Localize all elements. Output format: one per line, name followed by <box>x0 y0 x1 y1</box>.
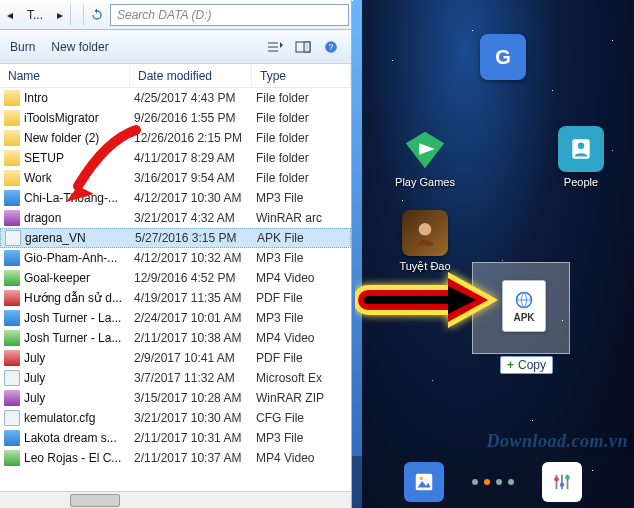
play-games-app[interactable]: Play Games <box>396 126 454 188</box>
file-name: Leo Rojas - El C... <box>24 451 134 465</box>
file-row[interactable]: Leo Rojas - El C...2/11/2017 10:37 AMMP4… <box>0 448 351 468</box>
page-indicator <box>472 479 514 485</box>
people-app[interactable]: People <box>552 126 610 188</box>
column-header-type[interactable]: Type <box>252 64 351 87</box>
file-row[interactable]: Intro4/25/2017 4:43 PMFile folder <box>0 88 351 108</box>
file-name: Work <box>24 171 134 185</box>
file-type: MP4 Video <box>256 451 351 465</box>
file-date: 3/15/2017 10:28 AM <box>134 391 256 405</box>
file-icon <box>4 410 20 426</box>
file-date: 9/26/2016 1:55 PM <box>134 111 256 125</box>
file-type: MP3 File <box>256 311 351 325</box>
svg-point-12 <box>419 477 423 481</box>
file-row[interactable]: Goal-keeper12/9/2016 4:52 PMMP4 Video <box>0 268 351 288</box>
file-icon <box>4 290 20 306</box>
google-icon: G <box>480 34 526 80</box>
file-date: 2/11/2017 10:31 AM <box>134 431 256 445</box>
file-row[interactable]: July3/7/2017 11:32 AMMicrosoft Ex <box>0 368 351 388</box>
file-date: 4/25/2017 4:43 PM <box>134 91 256 105</box>
file-row[interactable]: Work3/16/2017 9:54 AMFile folder <box>0 168 351 188</box>
file-list[interactable]: Intro4/25/2017 4:43 PMFile folderiToolsM… <box>0 88 351 491</box>
file-row[interactable]: Chi-La-Thoang-...4/12/2017 10:30 AMMP3 F… <box>0 188 351 208</box>
preview-pane-button[interactable] <box>293 38 313 56</box>
column-header-name[interactable]: Name <box>0 64 130 87</box>
burn-button[interactable]: Burn <box>10 40 35 54</box>
sliders-icon <box>551 471 573 493</box>
file-name: Goal-keeper <box>24 271 134 285</box>
file-icon <box>4 450 20 466</box>
command-bar: Burn New folder ? <box>0 30 351 64</box>
file-type: PDF File <box>256 291 351 305</box>
file-row[interactable]: July3/15/2017 10:28 AMWinRAR ZIP <box>0 388 351 408</box>
pane-icon <box>295 41 311 53</box>
play-games-icon <box>402 126 448 172</box>
emulator-desktop[interactable]: G Play Games People Tuyệt Đao APK + Copy… <box>352 0 634 508</box>
file-icon <box>4 190 20 206</box>
file-icon <box>4 170 20 186</box>
people-icon <box>558 126 604 172</box>
file-type: CFG File <box>256 411 351 425</box>
file-name: Josh Turner - La... <box>24 311 134 325</box>
column-header-date[interactable]: Date modified <box>130 64 252 87</box>
file-type: APK File <box>257 231 350 245</box>
nav-back-chevron[interactable]: ◂ <box>2 4 18 26</box>
help-button[interactable]: ? <box>321 38 341 56</box>
file-date: 3/21/2017 10:30 AM <box>134 411 256 425</box>
refresh-button[interactable] <box>86 4 108 26</box>
google-tile[interactable]: G <box>474 34 532 80</box>
file-name: SETUP <box>24 151 134 165</box>
file-row[interactable]: Josh Turner - La...2/11/2017 10:38 AMMP4… <box>0 328 351 348</box>
file-name: garena_VN <box>25 231 135 245</box>
svg-rect-10 <box>416 474 433 491</box>
view-options-button[interactable] <box>265 38 285 56</box>
copy-tooltip: + Copy <box>500 356 553 374</box>
globe-icon <box>514 290 534 310</box>
file-row[interactable]: July2/9/2017 10:41 AMPDF File <box>0 348 351 368</box>
address-bar: ◂ T... ▸ Search DATA (D:) <box>0 0 351 30</box>
search-input[interactable]: Search DATA (D:) <box>110 4 349 26</box>
plus-icon: + <box>507 358 514 372</box>
file-type: MP3 File <box>256 191 351 205</box>
file-type: File folder <box>256 171 351 185</box>
file-icon <box>4 130 20 146</box>
file-date: 4/12/2017 10:30 AM <box>134 191 256 205</box>
file-row[interactable]: dragon3/21/2017 4:32 AMWinRAR arc <box>0 208 351 228</box>
file-name: July <box>24 351 134 365</box>
file-row[interactable]: Gio-Pham-Anh-...4/12/2017 10:32 AMMP3 Fi… <box>0 248 351 268</box>
file-row[interactable]: kemulator.cfg3/21/2017 10:30 AMCFG File <box>0 408 351 428</box>
file-icon <box>4 370 20 386</box>
equalizer-app[interactable] <box>542 462 582 502</box>
file-row[interactable]: New folder (2)12/26/2016 2:15 PMFile fol… <box>0 128 351 148</box>
breadcrumb-expand[interactable]: ▸ <box>52 4 68 26</box>
file-row[interactable]: iToolsMigrator9/26/2016 1:55 PMFile fold… <box>0 108 351 128</box>
file-icon <box>4 270 20 286</box>
tuyet-dao-app[interactable]: Tuyệt Đao <box>396 210 454 273</box>
apk-drag-ghost: APK <box>502 280 546 332</box>
horizontal-scrollbar[interactable] <box>0 491 351 508</box>
file-date: 4/11/2017 8:29 AM <box>134 151 256 165</box>
svg-point-7 <box>578 143 585 150</box>
file-icon <box>4 250 20 266</box>
file-row[interactable]: Lakota dream s...2/11/2017 10:31 AMMP3 F… <box>0 428 351 448</box>
file-row[interactable]: garena_VN5/27/2016 3:15 PMAPK File <box>0 228 351 248</box>
file-type: MP4 Video <box>256 271 351 285</box>
file-type: MP3 File <box>256 431 351 445</box>
help-icon: ? <box>324 40 338 54</box>
scrollbar-thumb[interactable] <box>70 494 120 507</box>
file-row[interactable]: Hướng dẫn sử d...4/19/2017 11:35 AMPDF F… <box>0 288 351 308</box>
file-type: File folder <box>256 111 351 125</box>
refresh-icon <box>90 8 104 22</box>
file-type: Microsoft Ex <box>256 371 351 385</box>
file-date: 3/16/2017 9:54 AM <box>134 171 256 185</box>
file-row[interactable]: SETUP4/11/2017 8:29 AMFile folder <box>0 148 351 168</box>
file-name: New folder (2) <box>24 131 134 145</box>
file-name: Gio-Pham-Anh-... <box>24 251 134 265</box>
gallery-app[interactable] <box>404 462 444 502</box>
new-folder-button[interactable]: New folder <box>51 40 108 54</box>
breadcrumb-tail[interactable]: T... <box>20 4 50 26</box>
file-date: 4/12/2017 10:32 AM <box>134 251 256 265</box>
file-date: 3/7/2017 11:32 AM <box>134 371 256 385</box>
emulator-taskbar <box>352 456 634 508</box>
file-name: July <box>24 391 134 405</box>
file-row[interactable]: Josh Turner - La...2/24/2017 10:01 AMMP3… <box>0 308 351 328</box>
